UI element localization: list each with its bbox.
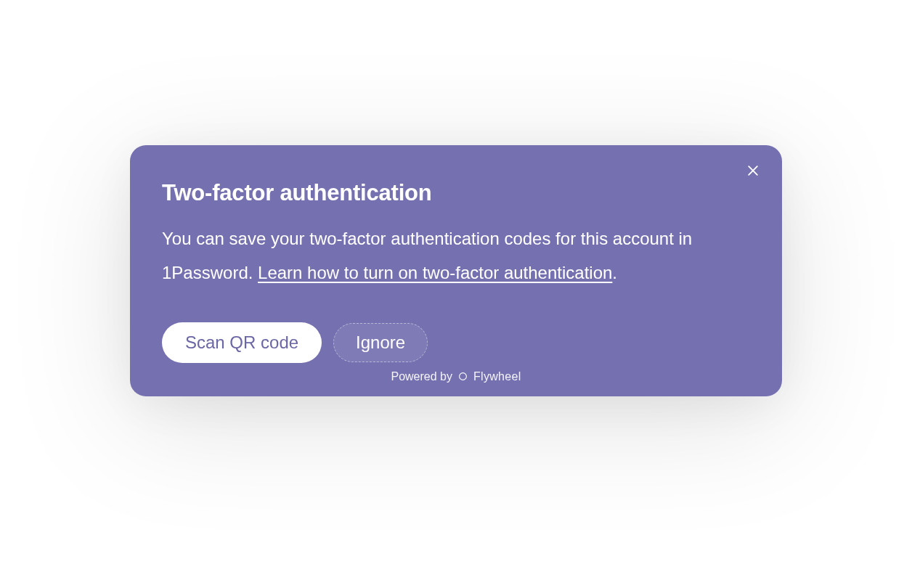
dialog-title: Two-factor authentication bbox=[162, 180, 750, 206]
flywheel-icon bbox=[458, 372, 468, 381]
close-icon bbox=[746, 163, 760, 180]
powered-by-footer: Powered by Flywheel bbox=[162, 370, 750, 383]
svg-point-2 bbox=[460, 373, 467, 380]
scan-qr-code-button[interactable]: Scan QR code bbox=[162, 322, 322, 363]
learn-more-link[interactable]: Learn how to turn on two-factor authenti… bbox=[258, 263, 612, 282]
dialog-actions: Scan QR code Ignore bbox=[162, 322, 750, 363]
description-suffix: . bbox=[612, 263, 617, 282]
ignore-button[interactable]: Ignore bbox=[333, 323, 428, 362]
brand-name: Flywheel bbox=[473, 370, 521, 383]
powered-by-label: Powered by bbox=[391, 370, 452, 383]
close-button[interactable] bbox=[743, 161, 763, 181]
two-factor-dialog: Two-factor authentication You can save y… bbox=[130, 145, 782, 396]
dialog-description: You can save your two-factor authenticat… bbox=[162, 222, 750, 290]
